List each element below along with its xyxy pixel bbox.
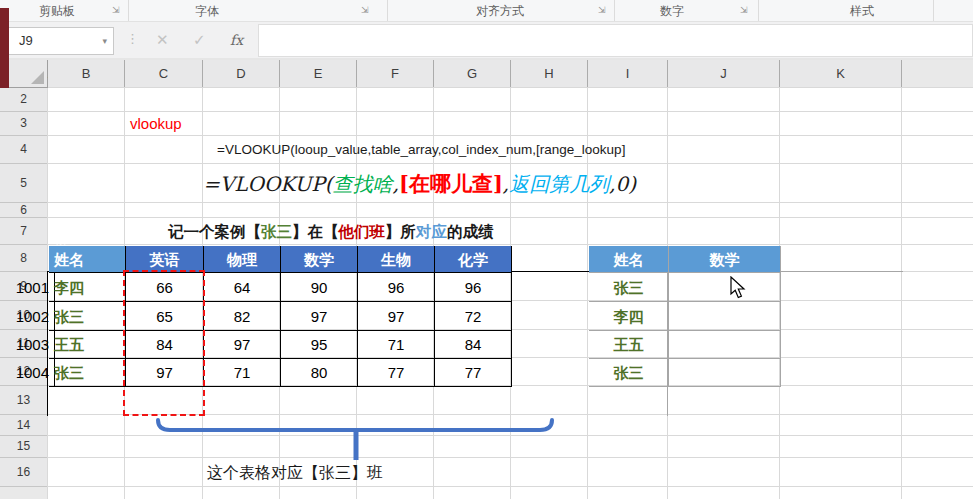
cell-D9[interactable]: 64 — [204, 273, 281, 302]
ribbon-bottom-strip: 剪贴板 字体 对齐方式 数字 样式 ⇲ ⇲ ⇲ ⇲ — [0, 0, 973, 22]
cell-E12[interactable]: 80 — [281, 359, 358, 387]
ribbon-separator — [933, 0, 934, 21]
ribbon-separator — [614, 0, 615, 21]
cell-J8[interactable]: 数学 — [669, 246, 781, 273]
row-header-15[interactable]: 15 — [0, 436, 48, 458]
row-header-2[interactable]: 2 — [0, 88, 48, 112]
cell-C8[interactable]: 英语 — [126, 246, 204, 273]
name-box[interactable]: J9 ▾ — [8, 27, 114, 55]
cell-E10[interactable]: 97 — [281, 302, 358, 331]
cell-G10[interactable]: 72 — [435, 302, 512, 331]
cell-D10[interactable]: 82 — [204, 302, 281, 331]
column-header-J[interactable]: J — [668, 60, 780, 88]
cell-G12[interactable]: 77 — [435, 359, 512, 387]
dialog-launcher-icon[interactable]: ⇲ — [740, 5, 748, 15]
cell-G8[interactable]: 化学 — [435, 246, 512, 273]
cell-F10[interactable]: 97 — [358, 302, 435, 331]
cell-F9[interactable]: 96 — [358, 273, 435, 302]
column-header-E[interactable]: E — [280, 60, 357, 88]
cell-I9[interactable]: 张三 — [589, 273, 669, 302]
column-header-D[interactable]: D — [203, 60, 280, 88]
note-formula-demo[interactable]: =VLOOKUP(查找啥,[在哪儿查],返回第几列,0) — [203, 164, 636, 203]
note-case-description[interactable]: 记一个案例【张三】在【他们班】所对应的成绩 — [168, 218, 494, 245]
brace-shape[interactable] — [154, 417, 556, 465]
cell-B8[interactable]: 姓名 — [49, 246, 126, 273]
row-header-8[interactable]: 8 — [0, 245, 48, 272]
row-header-7[interactable]: 7 — [0, 218, 48, 245]
gridline — [48, 87, 973, 88]
cell-G11[interactable]: 84 — [435, 331, 512, 359]
formula-bar-row: J9 ▾ ⋮ ✕ ✓ fx — [0, 22, 973, 58]
left-red-strip — [0, 8, 9, 88]
cell-E8[interactable]: 数学 — [281, 246, 358, 273]
column-header-F[interactable]: F — [357, 60, 434, 88]
cell-I11[interactable]: 王五 — [589, 331, 669, 359]
case-description-segment-1: 张三 — [261, 223, 292, 240]
gridline — [48, 111, 973, 112]
dialog-launcher-icon[interactable]: ⇲ — [112, 5, 120, 15]
column-header-I[interactable]: I — [588, 60, 668, 88]
cell-I10[interactable]: 李四 — [589, 302, 669, 331]
cell-D12[interactable]: 71 — [204, 359, 281, 387]
row-header-5[interactable]: 5 — [0, 164, 48, 203]
case-description-segment-2: 】在【 — [292, 223, 339, 240]
ribbon-group-number: 数字 — [660, 3, 684, 20]
column-header-G[interactable]: G — [434, 60, 511, 88]
chevron-down-icon[interactable]: ▾ — [102, 28, 107, 54]
right-table: 姓名数学张三李四王五张三 — [667, 271, 903, 416]
cell-F11[interactable]: 71 — [358, 331, 435, 359]
row-header-3[interactable]: 3 — [0, 112, 48, 136]
formula-input[interactable] — [258, 24, 973, 57]
cell-B9[interactable]: 李四 — [49, 273, 126, 302]
column-header-K[interactable]: K — [780, 60, 902, 88]
select-all-triangle-icon — [31, 71, 44, 84]
column-header-B[interactable]: B — [48, 60, 125, 88]
cell-G9[interactable]: 96 — [435, 273, 512, 302]
cell-J12[interactable] — [669, 359, 781, 387]
case-description-segment-6: 的成绩 — [447, 223, 494, 240]
cell-J10[interactable] — [669, 302, 781, 331]
cell-F12[interactable]: 77 — [358, 359, 435, 387]
formula-demo-segment-1: 查找啥 — [333, 172, 393, 196]
dialog-launcher-icon[interactable]: ⇲ — [598, 5, 606, 15]
ribbon-group-styles: 样式 — [850, 3, 874, 20]
note-title-vlookup[interactable]: vlookup — [130, 112, 182, 136]
ribbon-separator — [758, 0, 759, 21]
ribbon-separator — [387, 0, 388, 21]
cell-B10[interactable]: 张三 — [49, 302, 126, 331]
more-dots-icon: ⋮ — [126, 25, 139, 53]
name-box-value: J9 — [19, 33, 33, 48]
cell-J11[interactable] — [669, 331, 781, 359]
row-header-4[interactable]: 4 — [0, 136, 48, 164]
row-header-14[interactable]: 14 — [0, 415, 48, 436]
cell-D11[interactable]: 97 — [204, 331, 281, 359]
cell-D8[interactable]: 物理 — [204, 246, 281, 273]
cell-E9[interactable]: 90 — [281, 273, 358, 302]
enter-icon[interactable]: ✓ — [193, 26, 206, 54]
cell-B12[interactable]: 张三 — [49, 359, 126, 387]
cell-J9[interactable] — [669, 273, 781, 302]
gridline — [48, 486, 973, 487]
marching-ants-selection — [123, 270, 205, 416]
column-header-C[interactable]: C — [125, 60, 203, 88]
row-header-6[interactable]: 6 — [0, 203, 48, 218]
ribbon-group-font: 字体 — [195, 3, 219, 20]
ribbon-separator — [128, 0, 129, 21]
dialog-launcher-icon[interactable]: ⇲ — [361, 5, 369, 15]
insert-function-icon[interactable]: fx — [230, 26, 243, 54]
cell-F8[interactable]: 生物 — [358, 246, 435, 273]
cancel-icon[interactable]: ✕ — [156, 26, 169, 54]
formula-demo-segment-0: =VLOOKUP( — [203, 172, 333, 196]
case-description-segment-0: 记一个案例【 — [168, 223, 261, 240]
formula-demo-segment-5: 返回第几列 — [509, 172, 609, 196]
cell-I8[interactable]: 姓名 — [589, 246, 669, 273]
row-header-16[interactable]: 16 — [0, 458, 48, 487]
case-description-segment-5: 对应 — [416, 223, 447, 240]
cell-E11[interactable]: 95 — [281, 331, 358, 359]
cell-I12[interactable]: 张三 — [589, 359, 669, 387]
row-header-13[interactable]: 13 — [0, 386, 48, 415]
column-header-H[interactable]: H — [511, 60, 588, 88]
ribbon-group-alignment: 对齐方式 — [476, 3, 524, 20]
note-syntax-line[interactable]: =VLOOKUP(looup_value,table_array,col_ind… — [217, 136, 625, 164]
cell-B11[interactable]: 王五 — [49, 331, 126, 359]
